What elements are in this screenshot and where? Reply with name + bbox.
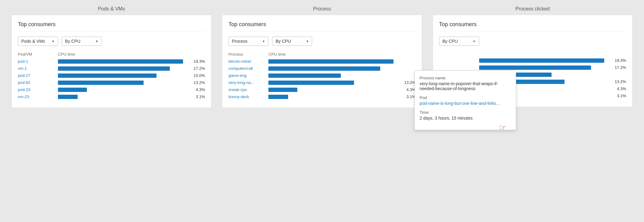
row-pct: 4.3% (611, 86, 626, 91)
table-row: vm-1 17.2% (18, 66, 205, 71)
panel-process-clicked: Process clicked Top consumers By CPU ▼ 1… (427, 6, 638, 108)
bar (479, 65, 591, 70)
dropdown-metric-label-pods-vms: By CPU (65, 39, 80, 44)
bar (58, 88, 87, 92)
bar (268, 59, 393, 64)
dropdown-metric-pods-vms[interactable]: By CPU ▼ (62, 37, 102, 46)
popover-time-label: Time: (420, 110, 511, 115)
card-header-pods-vms: Top consumers (18, 21, 205, 32)
popover-process-name-label: Process name: (420, 76, 511, 80)
row-pct: 4.3% (400, 87, 416, 92)
bar-container (268, 95, 400, 99)
row-link-pod-27[interactable]: pod-27 (18, 73, 58, 78)
row-link-bitcoin-miner[interactable]: bitcoin-miner (228, 59, 268, 64)
table-row: sneak-cpu 4.3% (228, 87, 415, 92)
bar-container (268, 81, 400, 85)
dropdown-metric-label-process-clicked: By CPU (442, 39, 458, 44)
row-pct: 4.3% (190, 87, 205, 92)
bar-container (479, 58, 611, 63)
bar-container (58, 66, 190, 71)
chevron-down-icon: ▼ (306, 40, 309, 43)
col-header-metric-pods-vms: CPU time (58, 52, 205, 57)
row-link-pod-23[interactable]: pod-23 (18, 87, 58, 92)
card-header-process: Top consumers (228, 21, 415, 32)
bar-container (58, 59, 190, 64)
table-row: pod-82 13.2% (18, 80, 205, 85)
dropdown-metric-label-process: By CPU (275, 39, 291, 44)
row-link-pod-82[interactable]: pod-82 (18, 80, 58, 85)
chevron-down-icon: ▼ (473, 40, 476, 43)
row-link-bunny-deck[interactable]: bunny-deck (228, 94, 268, 99)
popover-time-section: Time: 2 days, 3 hours, 15 minutes (420, 110, 511, 121)
table-row: 19.3% (439, 58, 626, 63)
bar (268, 73, 341, 78)
popover-pod-section: Pod: pod-name-is-long-but-one-line-and-l… (420, 95, 511, 106)
table-row: very-long-na... 13.2% (228, 80, 415, 85)
row-pct: 17.2% (611, 65, 626, 70)
popover-process-name-section: Process name: very-long-name-in-popover-… (420, 76, 511, 91)
card-header-process-clicked: Top consumers (439, 21, 626, 32)
table-row: 17.2% (439, 65, 626, 70)
table-header-pods-vms: Pod/VM CPU time (18, 52, 205, 57)
dropdowns-process: Process ▼ By CPU ▼ (228, 37, 415, 46)
row-pct: 3.1% (400, 94, 416, 99)
panel-pods-vms: Pods & VMs Top consumers Pods & VMs ▼ By… (6, 6, 217, 108)
row-name-1 (439, 58, 479, 63)
table-row: computercraft (228, 66, 415, 71)
row-pct: 3.1% (190, 94, 205, 99)
chevron-down-icon: ▼ (262, 40, 265, 43)
popover-pod-link[interactable]: pod-name-is-long-but-one-line-and-links… (420, 101, 500, 106)
row-pct: 13.2% (611, 79, 626, 84)
dropdowns-process-clicked: By CPU ▼ (439, 37, 626, 46)
cursor-pointer-icon: ☞ (499, 123, 507, 133)
table-row: pod-1 19.3% (18, 59, 205, 64)
table-row: bitcoin-miner (228, 59, 415, 64)
bar-container (268, 66, 400, 71)
row-link-game-eng[interactable]: game-eng (228, 73, 268, 78)
table-row: pod-23 4.3% (18, 87, 205, 92)
row-pct: 13.2% (400, 80, 416, 85)
row-pct: 17.2% (190, 66, 205, 71)
bar-container (58, 81, 190, 85)
row-link-computercraft[interactable]: computercraft (228, 66, 268, 71)
table-row: game-eng (228, 73, 415, 78)
bar-container (268, 59, 400, 64)
chevron-down-icon: ▼ (51, 40, 55, 43)
popover-time-value: 2 days, 3 hours, 15 minutes (420, 116, 511, 121)
dropdown-type-label-pods-vms: Pods & VMs (21, 39, 45, 44)
panel-process: Process Top consumers Process ▼ By CPU ▼… (217, 6, 427, 108)
row-pct: 3.1% (611, 93, 626, 98)
table-row: bunny-deck 3.1% (228, 94, 415, 99)
bar (58, 66, 170, 71)
panel-title-process-clicked: Process clicked (516, 6, 550, 12)
table-row: vm-23 3.1% (18, 94, 205, 99)
row-link-pod-1[interactable]: pod-1 (18, 59, 58, 64)
popover-process-name-value: very-long-name-in-popover-that-wraps-if-… (420, 81, 511, 91)
bar-container (58, 95, 190, 99)
row-link-vm-23[interactable]: vm-23 (18, 94, 58, 99)
bar (58, 59, 183, 64)
dropdown-type-pods-vms[interactable]: Pods & VMs ▼ (18, 37, 58, 46)
panel-title-process: Process (313, 6, 331, 12)
dropdown-type-process[interactable]: Process ▼ (228, 37, 268, 46)
chevron-down-icon: ▼ (95, 40, 98, 43)
row-pct: 13.2% (190, 80, 205, 85)
row-name-2 (439, 65, 479, 70)
panels-container: Pods & VMs Top consumers Pods & VMs ▼ By… (6, 6, 638, 108)
card-process: Top consumers Process ▼ By CPU ▼ Process… (222, 15, 422, 108)
dropdown-type-label-process: Process (232, 39, 247, 44)
dropdown-metric-process-clicked[interactable]: By CPU ▼ (439, 37, 479, 46)
row-link-very-long[interactable]: very-long-na... (228, 80, 268, 85)
bar (58, 95, 78, 99)
table-row: pod-27 15.0% (18, 73, 205, 78)
bar (268, 66, 380, 71)
bar (268, 88, 297, 92)
row-link-sneak-cpu[interactable]: sneak-cpu (228, 87, 268, 92)
card-process-clicked: Top consumers By CPU ▼ 19.3% (433, 15, 633, 107)
card-pods-vms: Top consumers Pods & VMs ▼ By CPU ▼ Pod/… (11, 15, 211, 108)
dropdown-metric-process[interactable]: By CPU ▼ (272, 37, 312, 46)
row-link-vm-1[interactable]: vm-1 (18, 66, 58, 71)
col-header-name-pods-vms: Pod/VM (18, 52, 58, 57)
col-header-name-process: Process (228, 52, 268, 57)
row-pct: 19.3% (190, 59, 205, 64)
